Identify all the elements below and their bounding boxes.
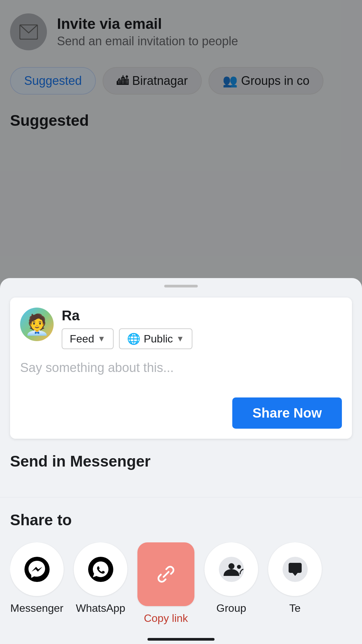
messenger-section-title: Send in Messenger	[10, 452, 352, 470]
bottom-sheet: 🧑‍💼 Ra Feed ▼ 🌐 Public ▼ Say somethin	[0, 278, 362, 644]
drag-handle[interactable]	[164, 285, 198, 287]
composer-header: 🧑‍💼 Ra Feed ▼ 🌐 Public ▼	[20, 308, 342, 349]
avatar: 🧑‍💼	[20, 308, 54, 341]
copy-link-icon-circle	[137, 542, 194, 606]
share-item-copy-link[interactable]: Copy link	[137, 542, 194, 625]
share-item-group[interactable]: Group	[204, 542, 258, 614]
privacy-chevron-icon: ▼	[176, 334, 184, 343]
text-label: Te	[289, 602, 301, 614]
privacy-button[interactable]: 🌐 Public ▼	[119, 328, 192, 349]
share-item-text[interactable]: Te	[268, 542, 322, 614]
group-label: Group	[217, 602, 246, 614]
home-indicator	[147, 638, 215, 641]
feed-chevron-icon: ▼	[98, 334, 106, 343]
share-now-button[interactable]: Share Now	[232, 397, 342, 429]
share-icons-row: Messenger WhatsApp	[10, 542, 352, 625]
whatsapp-icon-circle	[74, 542, 127, 596]
svg-point-5	[237, 565, 241, 569]
share-to-title: Share to	[10, 511, 352, 529]
svg-point-4	[228, 563, 234, 569]
share-item-messenger[interactable]: Messenger	[10, 542, 64, 614]
copy-link-label: Copy link	[144, 612, 188, 625]
group-icon-circle	[204, 542, 258, 596]
composer-card: 🧑‍💼 Ra Feed ▼ 🌐 Public ▼ Say somethin	[10, 298, 352, 439]
text-icon-circle	[268, 542, 322, 596]
share-to-section: Share to Messenger	[0, 497, 362, 631]
composer-input[interactable]: Say something about this...	[20, 357, 342, 397]
share-item-whatsapp[interactable]: WhatsApp	[74, 542, 127, 614]
whatsapp-label: WhatsApp	[76, 602, 125, 614]
feed-button[interactable]: Feed ▼	[62, 328, 114, 349]
messenger-label: Messenger	[10, 602, 63, 614]
svg-point-1	[24, 557, 50, 582]
user-name: Ra	[62, 308, 192, 324]
messenger-section: Send in Messenger	[0, 439, 362, 490]
messenger-icon-circle	[10, 542, 64, 596]
composer-badges: Feed ▼ 🌐 Public ▼	[62, 328, 192, 349]
composer-user-info: Ra Feed ▼ 🌐 Public ▼	[62, 308, 192, 349]
composer-footer: Share Now	[20, 397, 342, 429]
svg-rect-7	[289, 563, 302, 573]
